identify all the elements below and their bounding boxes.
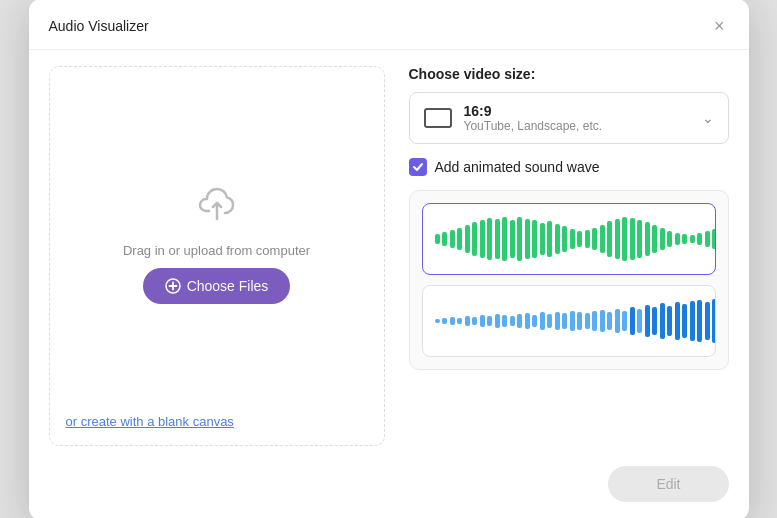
- waveform-bar: [457, 318, 462, 324]
- waveform-bar: [465, 316, 470, 326]
- waveform-bar: [675, 302, 680, 340]
- waveform-bar: [712, 229, 716, 249]
- waveform-bar: [442, 232, 447, 246]
- sound-wave-label: Add animated sound wave: [435, 159, 600, 175]
- video-size-left: 16:9 YouTube, Landscape, etc.: [424, 103, 603, 133]
- waveform-bar: [525, 313, 530, 329]
- waveform-bar: [495, 314, 500, 328]
- waveform-bar: [547, 314, 552, 328]
- waveform-bar: [622, 311, 627, 331]
- waveform-bar: [450, 317, 455, 325]
- upload-text: Drag in or upload from computer: [123, 243, 310, 258]
- waveform-bar: [607, 312, 612, 330]
- waveform-bar: [487, 218, 492, 260]
- waveform-bar: [705, 302, 710, 340]
- waveform-bar: [555, 224, 560, 254]
- plus-icon: [165, 278, 181, 294]
- waveform-bar: [562, 226, 567, 252]
- waveform-bar: [660, 228, 665, 250]
- dialog-footer: Edit: [29, 466, 749, 519]
- waveform-bar: [592, 228, 597, 250]
- waveform-bar: [592, 311, 597, 331]
- waveform-bar: [442, 318, 447, 324]
- waveform-bar: [667, 306, 672, 336]
- chevron-down-icon: ⌄: [702, 110, 714, 126]
- waveform-bars-2: [435, 299, 703, 343]
- waveform-bar: [697, 233, 702, 245]
- waveform-option-1[interactable]: [422, 203, 716, 275]
- waveform-bar: [630, 307, 635, 335]
- waveform-bar: [540, 223, 545, 255]
- choose-files-label: Choose Files: [187, 278, 269, 294]
- waveform-bar: [705, 231, 710, 247]
- waveform-bar: [435, 319, 440, 323]
- waveform-bar: [645, 222, 650, 256]
- waveform-bar: [615, 219, 620, 259]
- waveform-bar: [615, 309, 620, 333]
- waveform-bar: [667, 231, 672, 247]
- waveform-bar: [577, 231, 582, 247]
- waveform-bar: [600, 310, 605, 332]
- waveform-bar: [495, 219, 500, 259]
- waveform-bar: [502, 217, 507, 261]
- waveform-bar: [682, 304, 687, 338]
- waveform-bar: [570, 311, 575, 331]
- waveform-bar: [585, 313, 590, 329]
- waveform-bar: [517, 217, 522, 261]
- audio-visualizer-dialog: Audio Visualizer × Drag in or upload fro…: [29, 0, 749, 518]
- waveform-bar: [480, 220, 485, 258]
- video-size-info: 16:9 YouTube, Landscape, etc.: [464, 103, 603, 133]
- video-size-dropdown[interactable]: 16:9 YouTube, Landscape, etc. ⌄: [409, 92, 729, 144]
- waveform-bar: [622, 217, 627, 261]
- upload-panel: Drag in or upload from computer Choose F…: [49, 66, 385, 446]
- edit-button[interactable]: Edit: [608, 466, 728, 502]
- waveform-bar: [450, 230, 455, 248]
- waveform-bar: [600, 225, 605, 253]
- waveform-bar: [525, 219, 530, 259]
- waveform-bar: [577, 312, 582, 330]
- waveform-bar: [607, 221, 612, 257]
- waveform-bar: [480, 315, 485, 327]
- waveform-bar: [510, 316, 515, 326]
- blank-canvas-link[interactable]: or create with a blank canvas: [66, 414, 234, 429]
- waveform-bar: [555, 312, 560, 330]
- video-size-section: Choose video size: 16:9 YouTube, Landsca…: [409, 66, 729, 144]
- sound-wave-checkbox[interactable]: [409, 158, 427, 176]
- waveform-bar: [457, 228, 462, 250]
- waveform-bar: [630, 218, 635, 260]
- waveform-bar: [465, 225, 470, 253]
- waveform-bar: [637, 309, 642, 333]
- ratio-desc: YouTube, Landscape, etc.: [464, 119, 603, 133]
- waveform-bar: [487, 316, 492, 326]
- choose-files-button[interactable]: Choose Files: [143, 268, 291, 304]
- waveform-bar: [540, 312, 545, 330]
- upload-icon: [193, 181, 241, 233]
- waveform-bar: [675, 233, 680, 245]
- dialog-body: Drag in or upload from computer Choose F…: [29, 50, 749, 466]
- upload-area: Drag in or upload from computer Choose F…: [123, 83, 310, 402]
- waveform-bar: [510, 220, 515, 258]
- waveform-bar: [645, 305, 650, 337]
- waveform-bar: [652, 225, 657, 253]
- waveform-bar: [570, 229, 575, 249]
- waveform-bar: [690, 235, 695, 243]
- waveform-bar: [435, 234, 440, 244]
- waveform-bar: [547, 221, 552, 257]
- waveform-bars-1: [435, 217, 703, 261]
- ratio-icon: [424, 108, 452, 128]
- waveform-bar: [660, 303, 665, 339]
- close-button[interactable]: ×: [710, 15, 729, 37]
- waveform-bar: [697, 300, 702, 342]
- waveform-bar: [682, 234, 687, 244]
- waveform-bar: [562, 313, 567, 329]
- waveform-bar: [652, 307, 657, 335]
- checkmark-icon: [412, 161, 424, 173]
- ratio-label: 16:9: [464, 103, 603, 119]
- waveform-bar: [502, 315, 507, 327]
- waveform-option-2[interactable]: [422, 285, 716, 357]
- waveform-bar: [637, 220, 642, 258]
- waveform-bar: [532, 220, 537, 258]
- dialog-header: Audio Visualizer ×: [29, 0, 749, 50]
- waveform-bar: [690, 301, 695, 341]
- waveform-bar: [472, 222, 477, 256]
